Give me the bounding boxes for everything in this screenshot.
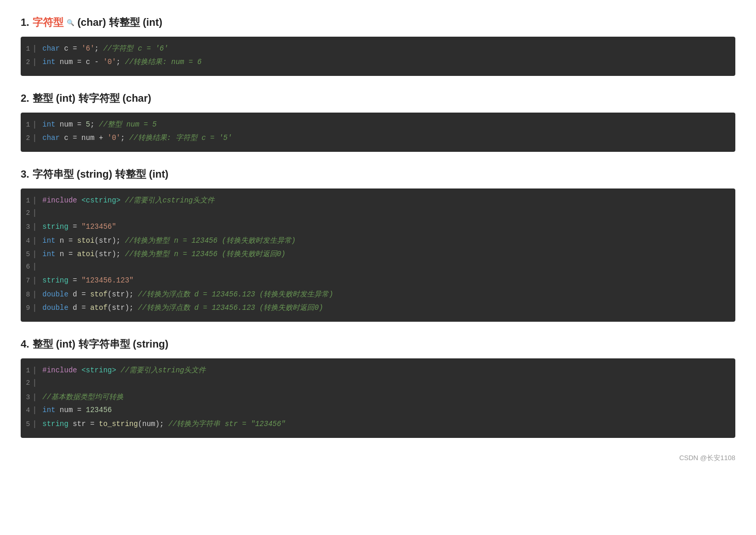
code-line: 6 [21, 262, 735, 275]
code-line: 2 [21, 208, 735, 222]
code-token: char [42, 134, 60, 142]
line-number: 6 [21, 263, 35, 271]
line-number: 2 [21, 379, 35, 387]
code-line: 3string = "123456" [21, 222, 735, 235]
title-text: 字符串型 (string) 转整型 (int) [33, 167, 168, 181]
code-token: //需要引入string头文件 [120, 366, 206, 374]
line-number: 1 [21, 121, 35, 129]
code-token: char [42, 44, 60, 53]
code-token: double [42, 304, 68, 312]
code-token: //需要引入cstring头文件 [125, 196, 215, 204]
code-token: '6' [82, 44, 95, 53]
code-token: //基本数据类型均可转换 [42, 393, 124, 401]
line-number: 7 [21, 277, 35, 285]
code-token: stoi [77, 237, 95, 245]
code-line: 5int n = atoi(str); //转换为整型 n = 123456 (… [21, 248, 735, 262]
section-title-s2: 2.整型 (int) 转字符型 (char) [21, 91, 735, 105]
code-token: <string> [82, 366, 116, 374]
section-number: 3. [21, 168, 29, 180]
line-number: 3 [21, 394, 35, 401]
line-number: 4 [21, 406, 35, 414]
code-line: 3//基本数据类型均可转换 [21, 391, 735, 405]
section-title-s4: 4.整型 (int) 转字符串型 (string) [21, 337, 735, 351]
line-number: 2 [21, 58, 35, 66]
line-number: 2 [21, 134, 35, 142]
title-keyword: 字符型 [33, 15, 64, 29]
code-token: int [42, 58, 55, 66]
section-number: 1. [21, 17, 29, 28]
line-number: 1 [21, 45, 35, 53]
section-title-s3: 3.字符串型 (string) 转整型 (int) [21, 167, 735, 181]
code-token: //转换为整型 n = 123456 (转换失败时返回0) [125, 250, 286, 258]
search-icon: 🔍 [67, 19, 74, 26]
code-token: string [42, 420, 68, 428]
code-token: string [42, 223, 68, 231]
code-line: 5string str = to_string(num); //转换为字符串 s… [21, 418, 735, 432]
code-content: int n = stoi(str); //转换为整型 n = 123456 (转… [42, 236, 296, 245]
code-token: '0' [107, 134, 120, 142]
line-number: 9 [21, 304, 35, 312]
code-token: int [42, 120, 55, 129]
code-token: 123456 [86, 406, 112, 414]
code-content: string = "123456.123" [42, 276, 133, 285]
code-token: int [42, 237, 55, 245]
code-line: 8double d = stof(str); //转换为浮点数 d = 1234… [21, 289, 735, 302]
code-line: 1char c = '6'; //字符型 c = '6' [21, 43, 735, 56]
code-content: #include <string> //需要引入string头文件 [42, 366, 206, 375]
title-text: 整型 (int) 转字符串型 (string) [33, 337, 168, 351]
code-line: 4int num = 123456 [21, 405, 735, 418]
code-content: string str = to_string(num); //转换为字符串 st… [42, 419, 286, 429]
code-line: 2 [21, 378, 735, 391]
code-token: //转换结果: num = 6 [125, 58, 202, 66]
code-token: atof [90, 304, 107, 312]
code-content: double d = stof(str); //转换为浮点数 d = 12345… [42, 290, 333, 299]
code-token: //转换结果: 字符型 c = '5' [129, 134, 232, 142]
line-number: 3 [21, 223, 35, 231]
code-content: int num = c - '0'; //转换结果: num = 6 [42, 57, 202, 67]
code-content: double d = atof(str); //转换为浮点数 d = 12345… [42, 303, 323, 312]
code-token: //转换为浮点数 d = 123456.123 (转换失败时发生异常) [138, 290, 333, 298]
code-line: 4int n = stoi(str); //转换为整型 n = 123456 (… [21, 235, 735, 248]
line-number: 8 [21, 291, 35, 298]
code-token: stof [90, 290, 107, 298]
code-content: int n = atoi(str); //转换为整型 n = 123456 (转… [42, 249, 285, 259]
code-token: //转换为整型 n = 123456 (转换失败时发生异常) [125, 237, 296, 245]
code-token: int [42, 250, 55, 258]
code-token: //转换为浮点数 d = 123456.123 (转换失败时返回0) [138, 304, 323, 312]
code-block-s2: 1int num = 5; //整型 num = 52char c = num … [21, 113, 735, 152]
line-number: 2 [21, 209, 35, 217]
code-token: double [42, 290, 68, 298]
code-block-s3: 1#include <cstring> //需要引入cstring头文件23st… [21, 188, 735, 322]
code-token: atoi [77, 250, 95, 258]
code-line: 9double d = atof(str); //转换为浮点数 d = 1234… [21, 302, 735, 316]
code-line: 1#include <cstring> //需要引入cstring头文件 [21, 195, 735, 208]
code-token: #include [42, 366, 77, 374]
code-line: 7string = "123456.123" [21, 275, 735, 289]
code-content: int num = 5; //整型 num = 5 [42, 120, 157, 129]
code-block-s4: 1#include <string> //需要引入string头文件23//基本… [21, 358, 735, 438]
code-content: char c = num + '0'; //转换结果: 字符型 c = '5' [42, 133, 232, 143]
line-number: 1 [21, 197, 35, 204]
code-token: '0' [103, 58, 116, 66]
line-number: 5 [21, 250, 35, 258]
code-content: int num = 123456 [42, 406, 112, 414]
code-line: 2int num = c - '0'; //转换结果: num = 6 [21, 56, 735, 70]
code-content: //基本数据类型均可转换 [42, 392, 124, 402]
code-token: "123456" [82, 223, 116, 231]
line-number: 1 [21, 367, 35, 374]
code-token: "123456.123" [82, 276, 134, 285]
title-text: 整型 (int) 转字符型 (char) [33, 91, 151, 105]
code-token: <cstring> [82, 196, 121, 204]
code-token: //转换为字符串 str = "123456" [168, 420, 286, 428]
code-token: string [42, 276, 68, 285]
code-token: //字符型 c = '6' [103, 44, 168, 53]
code-token: #include [42, 196, 77, 204]
code-line: 1int num = 5; //整型 num = 5 [21, 119, 735, 132]
code-token: int [42, 406, 55, 414]
title-text: (char) 转整型 (int) [78, 15, 162, 29]
code-line: 2char c = num + '0'; //转换结果: 字符型 c = '5' [21, 132, 735, 146]
line-number: 4 [21, 237, 35, 245]
section-number: 2. [21, 92, 29, 104]
section-number: 4. [21, 338, 29, 350]
code-content: char c = '6'; //字符型 c = '6' [42, 44, 168, 53]
